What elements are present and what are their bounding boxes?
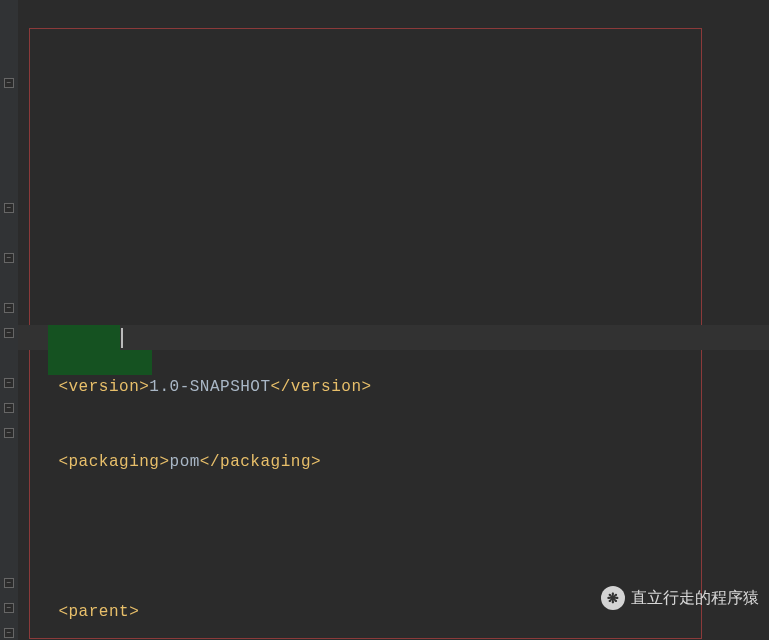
- fold-marker[interactable]: −: [4, 603, 14, 613]
- fold-marker[interactable]: −: [4, 428, 14, 438]
- code-line: <packaging>pom</packaging>: [18, 450, 769, 475]
- fold-marker[interactable]: −: [4, 403, 14, 413]
- fold-marker[interactable]: −: [4, 628, 14, 638]
- modules-open-highlight: [48, 325, 120, 350]
- code-editor[interactable]: <version>1.0-SNAPSHOT</version> <packagi…: [18, 0, 769, 640]
- watermark: ❋ 直立行走的程序猿: [601, 586, 759, 610]
- fold-marker[interactable]: −: [4, 303, 14, 313]
- fold-marker[interactable]: −: [4, 328, 14, 338]
- code-line: [18, 525, 769, 550]
- fold-marker[interactable]: −: [4, 203, 14, 213]
- current-line-highlight: [18, 325, 769, 350]
- fold-marker[interactable]: −: [4, 253, 14, 263]
- text-caret: [121, 328, 123, 348]
- gutter: − − − − − − − − − − −: [0, 0, 18, 640]
- fold-marker[interactable]: −: [4, 378, 14, 388]
- wechat-icon: ❋: [601, 586, 625, 610]
- fold-marker[interactable]: −: [4, 78, 14, 88]
- code-line: <version>1.0-SNAPSHOT</version>: [18, 375, 769, 400]
- watermark-text: 直立行走的程序猿: [631, 588, 759, 609]
- fold-marker[interactable]: −: [4, 578, 14, 588]
- modules-close-highlight: [48, 350, 152, 375]
